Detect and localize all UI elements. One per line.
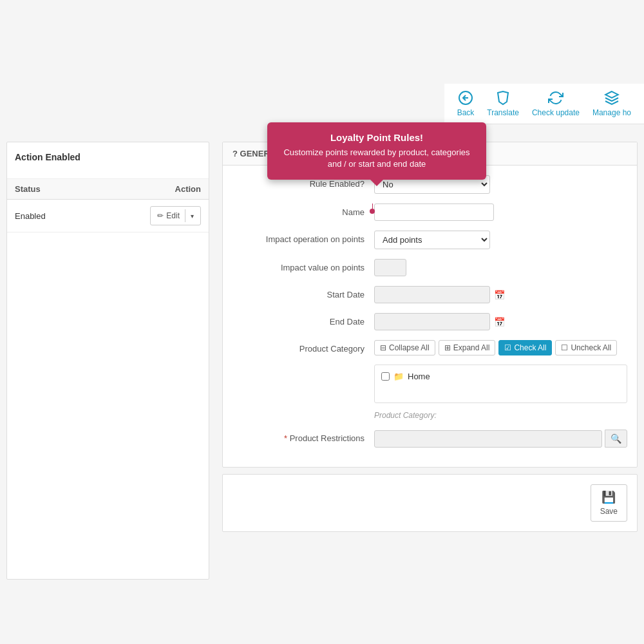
start-calendar-icon[interactable]: 📅: [494, 290, 505, 300]
edit-button[interactable]: ✏ Edit ▾: [150, 206, 201, 225]
collapse-all-button[interactable]: ⊟ Collapse All: [374, 340, 435, 355]
start-date-group: Start Date 📅: [232, 286, 627, 303]
check-all-label: Check All: [514, 343, 546, 352]
action-enabled-label: Action Enabled: [15, 152, 201, 162]
check-update-label: Check update: [532, 108, 580, 117]
end-date-label: End Date: [232, 313, 374, 327]
product-restrictions-wrapper: 🔍: [374, 430, 627, 448]
end-calendar-icon[interactable]: 📅: [494, 317, 505, 327]
start-date-label: Start Date: [232, 286, 374, 299]
top-toolbar: Back Translate Check update Manage ho: [444, 84, 644, 124]
search-button[interactable]: 🔍: [605, 430, 627, 448]
folder-icon: 📁: [393, 372, 404, 381]
impact-operation-label: Impact operation on points: [232, 231, 374, 244]
expand-all-label: Expand All: [453, 343, 490, 352]
product-restrictions-input[interactable]: [374, 430, 602, 448]
loyalty-tooltip: Loyalty Point Rules! Customize points re…: [267, 122, 486, 180]
save-label: Save: [600, 507, 618, 516]
panel-body: Rule Enabled? No Yes Name: [223, 166, 637, 467]
status-header: Status: [15, 184, 175, 194]
start-date-control: 📅: [374, 286, 505, 303]
sidebar: Action Enabled Status Action Enabled ✏ E…: [6, 142, 209, 580]
impact-value-group: Impact value on points: [232, 259, 627, 276]
save-panel: 💾 Save: [222, 474, 638, 532]
action-section: Action Enabled: [7, 142, 209, 179]
category-tree: 📁 Home: [374, 365, 627, 403]
name-group: Name: [232, 204, 627, 221]
product-category-control: ⊟ Collapse All ⊞ Expand All ☑ Check All: [374, 340, 627, 420]
divider: [185, 209, 185, 222]
uncheck-all-label: Uncheck All: [571, 343, 611, 352]
end-date-group: End Date 📅: [232, 313, 627, 330]
home-checkbox[interactable]: [381, 372, 390, 381]
uncheck-all-button[interactable]: ☐ Uncheck All: [555, 340, 617, 355]
product-category-label: Product Category: [232, 340, 374, 354]
home-label: Home: [408, 372, 430, 381]
translate-label: Translate: [487, 108, 519, 117]
manage-button[interactable]: Manage ho: [592, 90, 631, 117]
manage-label: Manage ho: [592, 108, 631, 117]
tooltip-title: Loyalty Point Rules!: [280, 132, 473, 143]
page-container: Action Enabled Status Action Enabled ✏ E…: [0, 135, 644, 586]
sidebar-header: Status Action: [7, 179, 209, 200]
check-update-button[interactable]: Check update: [532, 90, 580, 117]
check-icon: ☑: [504, 343, 511, 352]
product-restrictions-control: 🔍: [374, 430, 627, 448]
main-content: ? GENERAL Rule Enabled? No Yes Name: [216, 135, 644, 586]
name-input[interactable]: [374, 204, 494, 221]
pencil-icon: ✏: [157, 211, 164, 220]
name-control: [374, 204, 494, 221]
impact-operation-control: Add points Subtract points Set points: [374, 231, 490, 249]
product-restrictions-label: Product Restrictions: [232, 430, 374, 443]
collapse-icon: ⊟: [380, 343, 386, 352]
impact-operation-select[interactable]: Add points Subtract points Set points: [374, 231, 490, 249]
tooltip-text: Customize points rewarded by product, ca…: [280, 147, 473, 170]
edit-label: Edit: [166, 211, 180, 220]
impact-value-input[interactable]: [374, 259, 406, 276]
save-icon: 💾: [601, 490, 616, 504]
end-date-control: 📅: [374, 313, 505, 330]
caret-icon: ▾: [191, 213, 194, 220]
name-label: Name: [232, 204, 374, 217]
collapse-all-label: Collapse All: [389, 343, 430, 352]
impact-operation-group: Impact operation on points Add points Su…: [232, 231, 627, 249]
general-panel: ? GENERAL Rule Enabled? No Yes Name: [222, 142, 638, 468]
product-category-group: Product Category ⊟ Collapse All ⊞ Expand…: [232, 340, 627, 420]
product-restrictions-group: Product Restrictions 🔍: [232, 430, 627, 448]
expand-all-button[interactable]: ⊞ Expand All: [439, 340, 496, 355]
search-icon: 🔍: [611, 433, 621, 444]
save-button[interactable]: 💾 Save: [591, 484, 627, 522]
category-item-home: 📁 Home: [381, 372, 620, 381]
sidebar-row: Enabled ✏ Edit ▾: [7, 200, 209, 232]
category-hint: Product Category:: [374, 411, 437, 420]
back-label: Back: [457, 108, 475, 117]
check-all-button[interactable]: ☑ Check All: [498, 340, 552, 355]
impact-value-label: Impact value on points: [232, 259, 374, 272]
action-header: Action: [175, 184, 201, 194]
impact-value-control: [374, 259, 406, 276]
status-value: Enabled: [15, 211, 150, 221]
start-date-input[interactable]: [374, 286, 490, 303]
end-date-input[interactable]: [374, 313, 490, 330]
expand-icon: ⊞: [444, 343, 451, 352]
translate-button[interactable]: Translate: [487, 90, 519, 117]
tooltip-dot: [370, 209, 375, 214]
back-button[interactable]: Back: [457, 90, 475, 117]
uncheck-icon: ☐: [561, 343, 568, 352]
category-toolbar: ⊟ Collapse All ⊞ Expand All ☑ Check All: [374, 340, 617, 355]
